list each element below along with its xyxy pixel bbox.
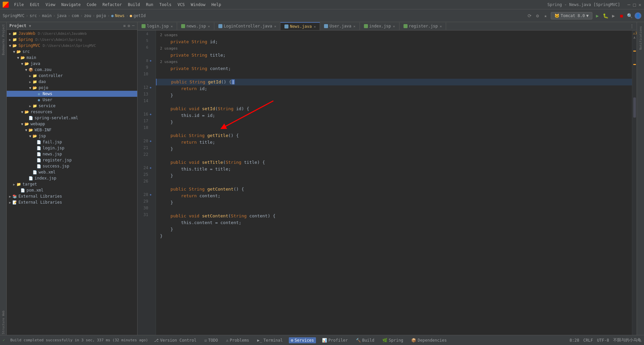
- tab-index-jsp-close[interactable]: ✕: [393, 24, 395, 28]
- code-line-22[interactable]: }: [156, 172, 632, 179]
- menu-code[interactable]: Code: [84, 2, 99, 8]
- tree-item-main[interactable]: ▼ 📂 main: [7, 55, 137, 61]
- code-line-31[interactable]: }: [156, 233, 632, 239]
- tabs-more-button[interactable]: ⋮: [627, 24, 637, 28]
- code-line-18[interactable]: }: [156, 146, 632, 152]
- tree-item-jsp-folder[interactable]: ▼ 📂 jsp: [7, 133, 137, 139]
- tree-item-news-jsp[interactable]: ▶ 📄 news.jsp: [7, 151, 137, 157]
- code-line-30[interactable]: }: [156, 226, 632, 233]
- menu-edit[interactable]: Edit: [27, 2, 42, 8]
- tree-item-springmvc[interactable]: ▼ 📂 SpringMVC D:\Users\Admin\SpringMVC: [7, 43, 137, 49]
- code-line-32[interactable]: [156, 239, 632, 246]
- tab-index-jsp[interactable]: index.jsp ✕: [360, 22, 399, 30]
- code-line-28[interactable]: public void setContent(String content) {: [156, 213, 632, 219]
- status-problems[interactable]: ⚠ Problems: [224, 337, 251, 343]
- debug-icon[interactable]: 🐛: [602, 13, 608, 19]
- project-minimize-icon[interactable]: ─: [132, 23, 135, 28]
- code-line-5[interactable]: private String title;: [156, 52, 632, 59]
- status-services[interactable]: ⚙ Services: [289, 337, 316, 343]
- tree-item-fail-jsp[interactable]: ▶ 📄 fail.jsp: [7, 139, 137, 145]
- tab-register-jsp-close[interactable]: ✕: [440, 24, 442, 28]
- menu-tools[interactable]: Tools: [157, 2, 174, 8]
- breadcrumb-zou[interactable]: zou: [84, 13, 91, 18]
- menu-view[interactable]: View: [43, 2, 58, 8]
- code-line-15[interactable]: [156, 126, 632, 132]
- status-terminal[interactable]: ▶_ Terminal: [255, 337, 285, 343]
- scroll-thumb[interactable]: [633, 97, 636, 118]
- tree-item-user[interactable]: ▶ ● User: [7, 97, 137, 103]
- code-line-26[interactable]: }: [156, 199, 632, 206]
- code-line-27[interactable]: [156, 206, 632, 213]
- tree-item-service[interactable]: ▶ 📁 service: [7, 103, 137, 109]
- tree-item-pojo[interactable]: ▼ 📂 pojo: [7, 85, 137, 91]
- status-spring[interactable]: 🌿 Spring: [380, 337, 405, 343]
- tree-item-java[interactable]: ▼ 📂 java: [7, 61, 137, 67]
- project-gear-icon[interactable]: ⚙: [128, 23, 130, 28]
- tree-item-target[interactable]: ▶ 📁 target: [7, 181, 137, 187]
- status-profiler[interactable]: 📊 Profiler: [320, 337, 350, 343]
- project-collapse-icon[interactable]: ≡: [123, 23, 125, 28]
- right-sidebar-notifications[interactable]: Notifications: [638, 25, 643, 51]
- code-line-9[interactable]: return id;: [156, 85, 632, 92]
- sidebar-project-label[interactable]: Project: [1, 23, 6, 38]
- status-dependencies[interactable]: 📦 Dependencies: [409, 337, 449, 343]
- status-version-control[interactable]: ⎇ Version Control: [152, 337, 198, 343]
- tree-item-pom-xml[interactable]: ▶ 📄 pom.xml: [7, 187, 137, 193]
- tab-user-java[interactable]: User.java ✕: [320, 22, 360, 30]
- minimize-button[interactable]: ─: [628, 2, 630, 7]
- menu-file[interactable]: File: [11, 2, 26, 8]
- code-content[interactable]: 2 usages private String id; 2 usages pri…: [156, 30, 632, 335]
- project-dropdown-icon[interactable]: ▼: [29, 24, 31, 28]
- code-line-21[interactable]: this.title = title;: [156, 166, 632, 172]
- tree-item-controller[interactable]: ▶ 📁 controller: [7, 73, 137, 79]
- tab-login-jsp[interactable]: login.jsp ✕: [138, 22, 177, 30]
- maximize-button[interactable]: □: [633, 2, 636, 7]
- tab-login-jsp-close[interactable]: ✕: [171, 24, 173, 28]
- sidebar-structure-label[interactable]: Structure: [1, 317, 6, 335]
- breadcrumb-java[interactable]: java: [57, 13, 66, 18]
- close-button[interactable]: ✕: [639, 2, 641, 7]
- menu-build[interactable]: Build: [125, 2, 143, 8]
- tree-item-ext-libs[interactable]: ▶ 📚 External Libraries: [7, 193, 137, 199]
- tree-item-scratches[interactable]: ▶ 📝 External Libraries: [7, 199, 137, 205]
- tab-news-java[interactable]: News.java ✕: [280, 22, 320, 30]
- tab-logincontroller[interactable]: LoginController.java ✕: [214, 22, 281, 30]
- code-line-25[interactable]: return content;: [156, 193, 632, 199]
- tree-item-javaweb[interactable]: ▶ 📁 JavaWeb D:\Users\Admin\JavaWeb: [7, 30, 137, 37]
- run-icon[interactable]: ▶: [594, 13, 600, 19]
- code-line-16[interactable]: public String getTitle() {: [156, 132, 632, 139]
- run-cover-icon[interactable]: ▶: [610, 13, 616, 19]
- tomcat-button[interactable]: 🐱 Tomcat 8.0 ▼: [551, 12, 592, 19]
- code-line-8[interactable]: public String getId() {|: [156, 79, 632, 85]
- code-line-6[interactable]: private String content;: [156, 65, 632, 72]
- tree-item-login-jsp[interactable]: ▶ 📄 login.jsp: [7, 145, 137, 151]
- menu-help[interactable]: Help: [209, 2, 224, 8]
- code-line-7[interactable]: [156, 72, 632, 79]
- tree-item-webinf[interactable]: ▼ 📂 WEB-INF: [7, 127, 137, 133]
- tree-item-spring-servlet[interactable]: ▶ 📄 spring-servlet.xml: [7, 115, 137, 121]
- menu-window[interactable]: Window: [188, 2, 208, 8]
- breadcrumb-news[interactable]: News: [115, 13, 125, 18]
- code-line-23[interactable]: [156, 179, 632, 186]
- tab-news-java-close[interactable]: ✕: [314, 25, 316, 28]
- breadcrumb-pojo[interactable]: pojo: [96, 13, 106, 18]
- tree-item-webapp[interactable]: ▼ 📂 webapp: [7, 121, 137, 127]
- breadcrumb-main[interactable]: main: [42, 13, 52, 18]
- tree-item-success-jsp[interactable]: ▶ 📄 success.jsp: [7, 163, 137, 169]
- code-line-12[interactable]: public void setId(String id) {: [156, 106, 632, 112]
- breadcrumb-com[interactable]: com: [71, 13, 79, 18]
- code-line-24[interactable]: public String getContent() {: [156, 186, 632, 193]
- code-line-10[interactable]: }: [156, 92, 632, 99]
- tree-item-index-jsp[interactable]: ▶ 📄 index.jsp: [7, 175, 137, 181]
- menu-vcs[interactable]: VCS: [175, 2, 187, 8]
- tab-news-jsp-close[interactable]: ✕: [208, 24, 210, 28]
- status-todo[interactable]: ☑ TODO: [203, 337, 220, 343]
- code-line-14[interactable]: }: [156, 119, 632, 126]
- code-line-29[interactable]: this.content = content;: [156, 219, 632, 226]
- stop-icon[interactable]: ■: [619, 13, 625, 19]
- menu-navigate[interactable]: Navigate: [59, 2, 84, 8]
- tree-item-comzou[interactable]: ▼ 📦 com.zou: [7, 67, 137, 73]
- bookmark-icon[interactable]: ★: [543, 13, 549, 19]
- menu-refactor[interactable]: Refactor: [100, 2, 124, 8]
- status-build[interactable]: 🔨 Build: [354, 337, 376, 343]
